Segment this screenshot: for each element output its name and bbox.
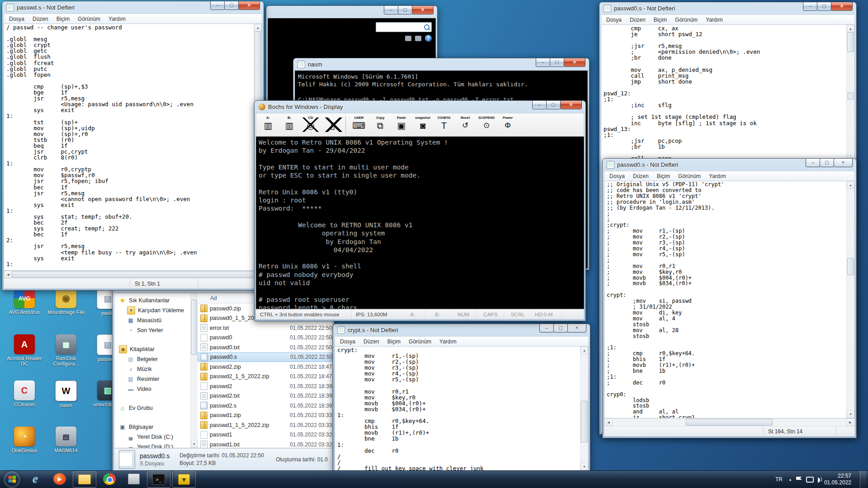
sidebar-item[interactable]: ▣ Bilgisayar [114, 422, 190, 432]
start-button[interactable] [4, 471, 20, 488]
sidebar-item[interactable]: ▄ Yerel Disk (D:) [114, 442, 190, 448]
column-header-name[interactable]: Ad [198, 295, 217, 301]
maximize-button[interactable]: ▢ [817, 2, 831, 11]
language-indicator[interactable]: TR [774, 475, 784, 483]
table-row[interactable]: passwd2.txt 01.05.2022 18:39 M [198, 391, 332, 401]
background-window-titlebar[interactable]: – ▢ × [268, 6, 436, 18]
sidebar-item[interactable]: ▦ Masaüstü [114, 315, 190, 325]
menu-item[interactable]: Dosya [5, 15, 28, 23]
sidebar-item[interactable]: ▄ Yerel Disk (C:) [114, 432, 190, 442]
minimize-button[interactable]: – [532, 100, 547, 109]
scrollbar-thumb[interactable] [191, 300, 197, 355]
clock[interactable]: 22:57 01.05.2022 [824, 473, 856, 486]
menu-item[interactable]: Görünüm [671, 16, 702, 24]
menu-item[interactable]: Düzen [28, 15, 52, 23]
maximize-button[interactable]: ▢ [546, 100, 561, 109]
maximize-button[interactable]: ▢ [550, 58, 564, 67]
table-row[interactable]: passwd2.s 01.05.2022 18:39 S [198, 401, 332, 411]
menu-item[interactable]: Yardım [705, 172, 730, 180]
toolbar-icon[interactable] [415, 36, 421, 41]
menu-item[interactable]: Düzen [629, 172, 653, 180]
bochs-titlebar[interactable]: Bochs for Windows - Display – ▢ × [256, 101, 584, 113]
toolbar-icon[interactable] [405, 36, 411, 41]
show-hidden-icons-chevron[interactable]: ▲ [788, 478, 792, 482]
close-button[interactable]: × [560, 100, 582, 109]
table-row[interactable]: passwd1.zip 01.05.2022 03:33 S [198, 411, 332, 421]
bochs-toolbar-button[interactable]: Reset ↺ [455, 116, 475, 134]
vertical-scrollbar[interactable]: ▲ ▼ [580, 347, 588, 470]
network-display-icon[interactable] [806, 477, 814, 483]
horizontal-scrollbar[interactable]: ◀ ▶ [4, 271, 262, 279]
scroll-up-arrow[interactable]: ▲ [580, 347, 588, 354]
scroll-right-arrow[interactable]: ▶ [846, 418, 854, 426]
menu-item[interactable]: Dosya [336, 338, 359, 346]
scroll-left-arrow[interactable]: ◀ [604, 418, 613, 426]
help-icon[interactable]: ? [425, 35, 432, 42]
minimize-button[interactable]: – [384, 5, 398, 14]
show-desktop-button[interactable] [860, 471, 866, 488]
search-input[interactable] [376, 22, 432, 32]
sidebar-item[interactable]: ▬ Video [114, 384, 190, 394]
menu-item[interactable]: Yardım [435, 338, 461, 346]
text-editor[interactable]: crypt: mov r1,-(sp) mov r2,-(sp) mov r3,… [337, 347, 580, 470]
scrollbar-thumb[interactable] [686, 419, 773, 426]
bochs-display[interactable]: Welcome to Retro UNIX 8086 v1 Operating … [256, 136, 584, 309]
menu-item[interactable]: Dosya [605, 172, 629, 180]
menu-item[interactable]: Biçim [653, 172, 674, 180]
text-editor[interactable]: ;; Original Unix v5 (PDP-11) 'crypt' ;; … [607, 182, 846, 418]
nasm-titlebar[interactable]: nasm – ▢ × [295, 58, 588, 70]
bochs-toolbar-button[interactable]: Paste ▣ [392, 116, 411, 134]
desktop-icon[interactable]: A Acrobat Reader DC [4, 332, 45, 378]
bochs-toolbar-button[interactable]: snapshot ◙ [413, 116, 433, 134]
sidebar-item[interactable]: ▼ Karşıdan Yükleme [114, 305, 190, 315]
taskbar-app-button[interactable] [123, 471, 145, 487]
bochs-toolbar-button[interactable]: B: ▥ [279, 116, 299, 134]
desktop-icon[interactable]: ◔ DiskGenius [4, 424, 45, 470]
scroll-down-arrow[interactable]: ▼ [191, 440, 198, 448]
bochs-toolbar-button[interactable]: Power Φ [498, 116, 518, 134]
table-row[interactable]: passwd0.s 01.05.2022 22:50 S [198, 352, 332, 362]
table-row[interactable]: passwd0.txt 01.05.2022 22:50 M [198, 343, 332, 352]
scrollbar-thumb[interactable] [847, 32, 854, 52]
scroll-down-arrow[interactable]: ▼ [847, 410, 854, 418]
menu-item[interactable]: Görünüm [674, 172, 705, 180]
table-row[interactable]: passwd2 01.05.2022 18:39 D [198, 381, 332, 391]
bochs-toolbar-button[interactable]: A: ▥ [258, 116, 278, 134]
bochs-toolbar-button[interactable]: SUSPEND ⊙ [476, 116, 496, 134]
bochs-toolbar-button[interactable]: USER ⌨ [349, 116, 369, 134]
volume-icon[interactable] [818, 477, 820, 483]
vertical-scrollbar[interactable]: ▲ ▼ [846, 181, 854, 418]
scrollbar-thumb[interactable] [12, 271, 254, 278]
sidebar-item[interactable]: ◔ Son Yerler [114, 325, 190, 335]
close-button[interactable]: × [831, 2, 853, 11]
taskbar-app-button[interactable] [73, 471, 96, 488]
sidebar-scrollbar[interactable]: ▼ [190, 293, 198, 448]
scroll-up-arrow[interactable]: ▲ [254, 24, 262, 32]
maximize-button[interactable]: ▢ [820, 158, 834, 167]
table-row[interactable]: passwd2.zip 01.05.2022 18:47 S [198, 362, 332, 372]
bochs-toolbar-button[interactable]: Copy ⧉ [370, 116, 390, 134]
taskbar-app-button[interactable]: ▼ [172, 471, 196, 488]
notepad-titlebar[interactable]: passwd0.s - Not Defteri – ▢ × [604, 159, 855, 171]
desktop-icon[interactable]: ◉ MountImage File [45, 286, 87, 332]
menu-item[interactable]: Görünüm [74, 15, 104, 23]
table-row[interactable]: passwd1_1_5_2022.zip 01.05.2022 03:33 S [198, 420, 332, 430]
menu-item[interactable]: Yardım [104, 15, 130, 23]
close-button[interactable]: × [564, 58, 585, 67]
bochs-toolbar-button[interactable]: CONFIG T [434, 116, 454, 134]
menu-item[interactable]: Dosya [602, 16, 626, 24]
scrollbar-thumb[interactable] [581, 401, 588, 442]
action-center-flag-icon[interactable] [796, 477, 802, 483]
sidebar-item[interactable]: ★ Sık Kullanılanlar [114, 296, 190, 305]
minimize-button[interactable]: – [536, 58, 550, 67]
sidebar-item[interactable]: ♪ Müzik [114, 364, 190, 374]
desktop-icon[interactable]: ▦ RamDisk Configura... [45, 332, 87, 378]
notepad-titlebar[interactable]: passwd.s - Not Defteri – ▢ × [4, 1, 262, 14]
desktop-icon[interactable]: ▤ MASM614 [45, 424, 87, 470]
scroll-up-arrow[interactable]: ▲ [847, 181, 854, 189]
horizontal-scrollbar[interactable]: ◀ ▶ [604, 418, 855, 427]
scroll-up-arrow[interactable]: ▲ [847, 25, 854, 33]
table-row[interactable]: error.txt 01.05.2022 22:50 M [198, 323, 332, 333]
menu-item[interactable]: Biçim [650, 16, 671, 24]
scroll-down-arrow[interactable]: ▼ [580, 463, 588, 470]
